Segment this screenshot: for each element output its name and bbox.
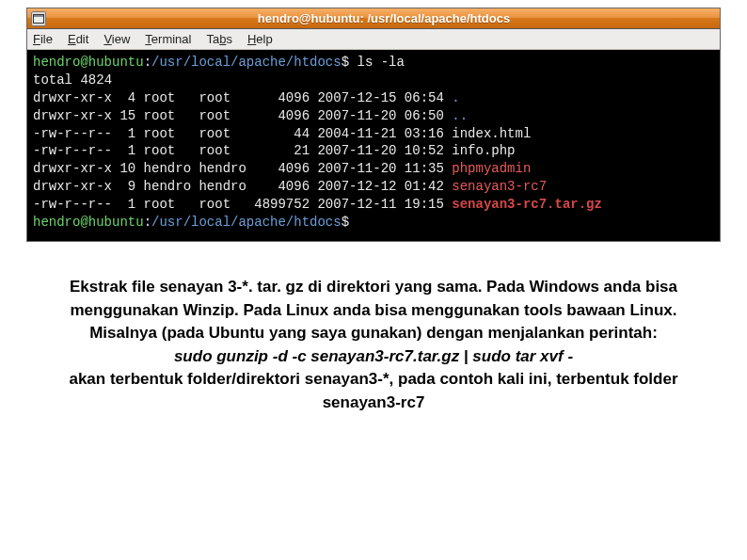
terminal-icon — [31, 11, 46, 26]
caption-block: Ekstrak file senayan 3-*. tar. gz di dir… — [53, 276, 694, 415]
ls-row: drwxr-xr-x 15 root root 4096 2007-11-20 … — [33, 107, 714, 125]
prompt-path-2: /usr/local/apache/htdocs — [151, 215, 342, 230]
prompt-end: $ — [342, 55, 358, 70]
menu-help[interactable]: Help — [247, 32, 273, 46]
ls-row: drwxr-xr-x 10 hendro hendro 4096 2007-11… — [33, 160, 714, 178]
ls-filename: senayan3-rc7 — [452, 179, 547, 194]
menu-terminal[interactable]: Terminal — [145, 32, 191, 46]
menu-file[interactable]: File — [33, 32, 53, 46]
caption-paragraph-2: akan terbentuk folder/direktori senayan3… — [69, 370, 677, 411]
caption-command: sudo gunzip -d -c senayan3-rc7.tar.gz | … — [174, 347, 573, 365]
window-titlebar: hendro@hubuntu: /usr/local/apache/htdocs — [27, 8, 720, 29]
prompt-user-host-2: hendro@hubuntu — [33, 215, 144, 230]
menu-edit[interactable]: Edit — [68, 32, 88, 46]
ls-filename: . — [452, 90, 459, 105]
terminal-window: hendro@hubuntu: /usr/local/apache/htdocs… — [26, 8, 721, 242]
svg-rect-2 — [34, 15, 43, 17]
terminal-output[interactable]: hendro@hubuntu:/usr/local/apache/htdocs$… — [27, 50, 720, 241]
prompt-sep: : — [144, 55, 151, 70]
total-line: total 4824 — [33, 72, 112, 88]
ls-row: -rw-r--r-- 1 root root 44 2004-11-21 03:… — [33, 125, 714, 143]
ls-filename: .. — [452, 108, 468, 123]
menu-view[interactable]: View — [103, 32, 130, 46]
ls-row: -rw-r--r-- 1 root root 4899752 2007-12-1… — [33, 196, 714, 214]
menu-tabs[interactable]: Tabs — [206, 32, 231, 46]
menubar: File Edit View Terminal Tabs Help — [27, 29, 720, 50]
ls-row: drwxr-xr-x 9 hendro hendro 4096 2007-12-… — [33, 178, 714, 196]
ls-filename: index.html — [452, 126, 531, 141]
ls-filename: phpmyadmin — [452, 161, 531, 176]
window-title: hendro@hubuntu: /usr/local/apache/htdocs — [52, 11, 716, 25]
cmd-text: ls -la — [357, 55, 404, 70]
ls-row: -rw-r--r-- 1 root root 21 2007-11-20 10:… — [33, 142, 714, 160]
ls-filename: info.php — [452, 143, 515, 158]
caption-paragraph-1: Ekstrak file senayan 3-*. tar. gz di dir… — [70, 278, 677, 342]
prompt-path: /usr/local/apache/htdocs — [151, 55, 342, 70]
ls-row: drwxr-xr-x 4 root root 4096 2007-12-15 0… — [33, 89, 714, 107]
prompt-user-host: hendro@hubuntu — [33, 55, 144, 70]
ls-filename: senayan3-rc7.tar.gz — [452, 197, 602, 212]
ls-listing: drwxr-xr-x 4 root root 4096 2007-12-15 0… — [33, 89, 714, 214]
